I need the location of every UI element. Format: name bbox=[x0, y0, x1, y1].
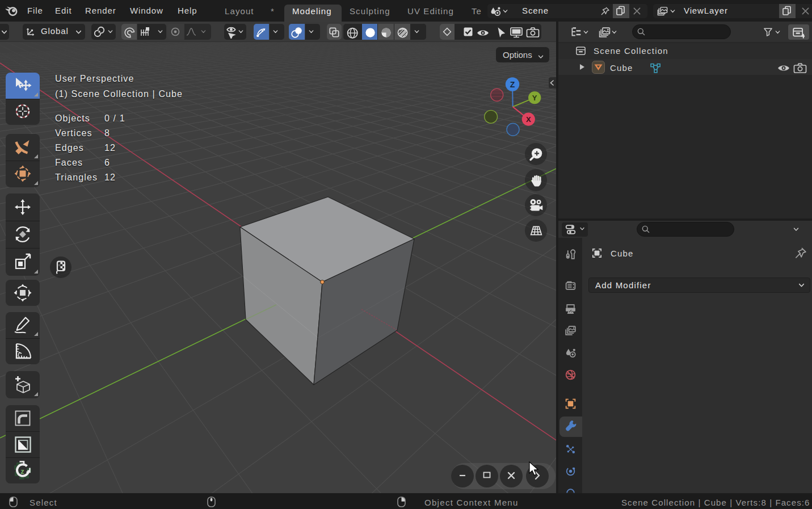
svg-text:Z: Z bbox=[510, 80, 515, 89]
svg-text:Y: Y bbox=[532, 94, 537, 102]
svg-text:X: X bbox=[526, 115, 531, 124]
svg-text:z: z bbox=[20, 467, 24, 476]
